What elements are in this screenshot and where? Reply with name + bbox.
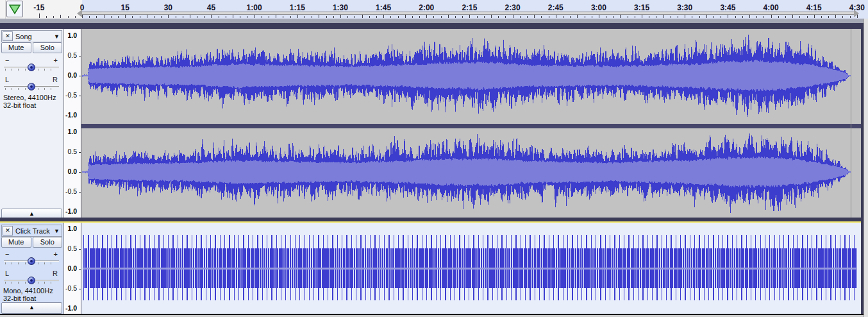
time-tick (735, 16, 736, 18)
time-tick (835, 15, 836, 18)
song-waveform-left[interactable] (81, 29, 861, 124)
time-tick (570, 16, 571, 18)
pan-slider[interactable]: L R (1, 76, 62, 94)
pan-slider[interactable]: L R (1, 270, 62, 287)
amplitude-scale-label: -1.0 (63, 304, 77, 312)
time-tick (226, 16, 226, 18)
amplitude-scale-tick (79, 56, 81, 56)
amplitude-scale-label: 1.0 (63, 128, 77, 135)
pan-left-label: L (5, 76, 9, 83)
time-label: 1:45 (376, 3, 391, 12)
time-tick (176, 16, 176, 18)
pan-slider-thumb[interactable] (28, 83, 35, 90)
amplitude-scale-label: -1.0 (63, 111, 77, 119)
time-tick (792, 15, 793, 18)
track-panel-click-track: ✕ Click Track ▼ Mute Solo − + L R Mono, … (0, 223, 63, 317)
time-tick (326, 16, 327, 18)
time-tick (778, 16, 779, 18)
close-track-button[interactable]: ✕ (3, 226, 13, 236)
time-tick (520, 16, 521, 18)
gain-slider-thumb[interactable] (28, 64, 35, 71)
time-tick (441, 16, 442, 18)
gain-plus-label: + (54, 56, 58, 64)
collapse-arrow-icon: ▲ (29, 210, 35, 217)
amplitude-scale-label: -0.5 (63, 187, 77, 195)
region-start-arrow-icon[interactable] (77, 10, 82, 17)
time-tick (620, 15, 621, 18)
time-tick (749, 15, 750, 18)
time-tick (290, 16, 291, 18)
time-tick (111, 16, 112, 18)
time-tick (821, 16, 822, 18)
time-tick (455, 16, 456, 18)
time-tick (68, 16, 69, 18)
time-label: 2:15 (462, 3, 477, 12)
region-end-arrow-icon[interactable] (854, 10, 859, 17)
time-tick (656, 16, 656, 18)
time-tick (491, 15, 492, 18)
time-tick (60, 15, 61, 18)
time-tick (699, 16, 700, 18)
vertical-scrollbar[interactable] (864, 19, 868, 317)
click-track-title-bar[interactable]: ✕ Click Track ▼ (1, 225, 62, 237)
amplitude-scale-label: 0.5 (63, 244, 77, 252)
time-tick (190, 15, 190, 18)
track-menu-caret-icon[interactable]: ▼ (54, 33, 62, 40)
song-waveform-right[interactable] (81, 128, 861, 218)
gain-minus-label: − (5, 56, 9, 64)
song-title-bar[interactable]: ✕ Song ▼ (1, 30, 62, 42)
time-tick (477, 16, 478, 18)
time-tick (635, 16, 635, 18)
gain-slider[interactable]: − + (1, 56, 62, 74)
amplitude-scale-label: 0.0 (63, 71, 77, 79)
time-tick (649, 16, 649, 18)
gain-slider[interactable]: − + (1, 250, 62, 268)
time-tick (721, 16, 721, 18)
time-tick (585, 16, 585, 18)
time-tick (147, 15, 147, 18)
amplitude-scale-label: -0.5 (63, 284, 77, 292)
time-label: 2:45 (548, 3, 563, 12)
quick-play-region-bar[interactable] (82, 12, 854, 15)
time-tick (183, 16, 183, 18)
timeline-ruler[interactable]: -1501530451:001:151:301:452:002:152:302:… (0, 0, 868, 19)
time-tick (828, 16, 829, 18)
time-tick (541, 16, 542, 18)
solo-button[interactable]: Solo (33, 42, 63, 53)
mute-button[interactable]: Mute (1, 237, 31, 248)
time-tick (276, 15, 276, 18)
amplitude-scale-tick (79, 172, 81, 173)
track-menu-caret-icon[interactable]: ▼ (54, 228, 62, 234)
time-tick (785, 16, 786, 18)
amplitude-scale-label: 1.0 (63, 31, 77, 39)
time-label: 1:15 (290, 3, 305, 12)
gain-slider-thumb[interactable] (28, 257, 35, 265)
amplitude-scale-tick (79, 192, 81, 193)
time-tick (563, 16, 563, 18)
song-clip-end-line[interactable] (851, 29, 851, 218)
close-track-button[interactable]: ✕ (3, 31, 13, 41)
time-label: 3:15 (634, 3, 649, 12)
track-area-top-border (0, 23, 868, 29)
time-tick (233, 15, 233, 18)
time-tick (283, 16, 283, 18)
time-tick (247, 16, 247, 18)
time-tick (498, 16, 499, 18)
pinned-play-head-button[interactable] (6, 1, 23, 17)
time-label: 15 (121, 3, 129, 12)
click-track-rms-line (83, 268, 857, 270)
amplitude-scale-label: 0.5 (63, 51, 77, 59)
track-panel-song: ✕ Song ▼ Mute Solo − + L R Stereo, 44100… (0, 29, 63, 218)
collapse-track-button[interactable]: ▲ (1, 302, 62, 314)
time-tick (369, 16, 370, 18)
solo-button[interactable]: Solo (33, 237, 63, 248)
stereo-channel-divider (81, 124, 861, 128)
time-tick (534, 15, 535, 18)
mute-button[interactable]: Mute (1, 42, 31, 53)
amplitude-scale-tick (79, 96, 81, 96)
time-tick (606, 16, 606, 18)
pan-slider-thumb[interactable] (28, 277, 35, 284)
time-tick (577, 15, 578, 18)
time-tick (75, 16, 76, 18)
time-tick (319, 15, 319, 18)
